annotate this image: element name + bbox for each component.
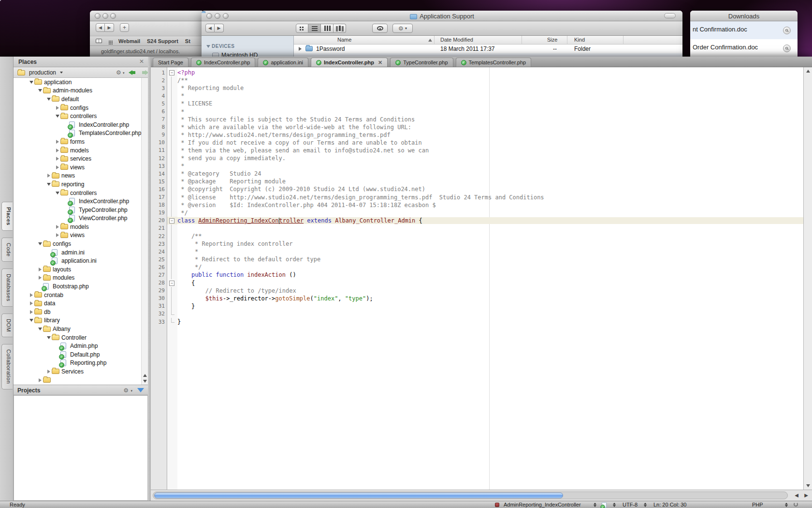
- tree-item[interactable]: Reporting.php: [14, 359, 141, 368]
- encoding-stepper[interactable]: [644, 503, 647, 507]
- new-tab-button[interactable]: +: [120, 23, 129, 32]
- tree-item[interactable]: configs: [14, 104, 141, 112]
- code-line[interactable]: 9 * http://www.studio24.net/terms/design…: [151, 131, 803, 139]
- status-language[interactable]: PHP: [752, 502, 763, 508]
- code-line[interactable]: 12 * send you a copy immediately.: [151, 154, 803, 162]
- browser-titlebar[interactable]: [90, 11, 204, 21]
- code-line[interactable]: 21: [151, 224, 803, 232]
- code-line[interactable]: 31 }: [151, 302, 803, 310]
- code-line[interactable]: 1<?php: [151, 69, 803, 76]
- browser-tab[interactable]: goldfinger.studio24.net / localhos.: [90, 45, 204, 57]
- expander-closed-icon[interactable]: [56, 106, 59, 110]
- fold-toggle-icon[interactable]: [167, 69, 177, 76]
- expander-closed-icon[interactable]: [30, 293, 33, 297]
- tree-item[interactable]: Bootstrap.php: [14, 282, 141, 291]
- toolbar-toggle-pill[interactable]: [664, 13, 676, 18]
- tab-typecontroller-php[interactable]: ✓TypeController.php: [390, 58, 453, 67]
- download-item[interactable]: Order Confirmation.doc: [690, 39, 798, 57]
- tree-item[interactable]: IndexController.php: [14, 197, 141, 206]
- column-header-size[interactable]: Size: [547, 37, 557, 43]
- side-tab-code[interactable]: Code: [1, 238, 13, 262]
- bookmarks-book-icon[interactable]: [96, 39, 102, 43]
- code-line[interactable]: 33}: [151, 318, 803, 326]
- expander-closed-icon[interactable]: [39, 378, 42, 382]
- fold-toggle-icon[interactable]: [167, 279, 177, 287]
- symbol-stepper[interactable]: [594, 503, 597, 507]
- code-line[interactable]: 15 * @package Reporting module: [151, 178, 803, 185]
- expander-open-icon[interactable]: [47, 98, 51, 101]
- expander-closed-icon[interactable]: [47, 370, 50, 374]
- tree-item[interactable]: IndexController.php: [14, 120, 141, 129]
- expander-open-icon[interactable]: [38, 242, 42, 245]
- tree-item[interactable]: Services: [14, 367, 141, 376]
- expander-closed-icon[interactable]: [56, 233, 59, 237]
- scroll-up-icon[interactable]: [143, 374, 147, 377]
- tree-item[interactable]: controllers: [14, 189, 141, 197]
- tree-item[interactable]: [14, 376, 141, 385]
- tree-item[interactable]: Controller: [14, 333, 141, 342]
- language-stepper[interactable]: [785, 503, 788, 507]
- tree-item[interactable]: models: [14, 146, 141, 155]
- back-arrow-icon[interactable]: [129, 70, 132, 75]
- tree-item[interactable]: forms: [14, 137, 141, 146]
- code-line[interactable]: 8 * which are available via the world-wi…: [151, 123, 803, 131]
- sync-icon[interactable]: [794, 502, 798, 507]
- bookmark-item[interactable]: S24 Support: [147, 38, 178, 44]
- code-line[interactable]: 5 * LICENSE: [151, 100, 803, 107]
- editor-horizontal-scrollbar[interactable]: ◀ ▶: [151, 490, 812, 501]
- code-line[interactable]: 27 public function indexAction (): [151, 271, 803, 279]
- tree-item[interactable]: models: [14, 223, 141, 231]
- coverflow-view-button[interactable]: [334, 24, 346, 33]
- finder-forward-button[interactable]: ▶: [215, 24, 224, 32]
- expander-open-icon[interactable]: [29, 81, 33, 84]
- tab-indexcontroller-php[interactable]: ✓IndexController.php: [191, 58, 255, 67]
- code-line[interactable]: 20class AdminReporting_IndexController e…: [151, 217, 803, 224]
- projects-panel-body[interactable]: [14, 395, 148, 501]
- code-line[interactable]: 30 $this->_redirector->gotoSimple("index…: [151, 295, 803, 302]
- top-sites-grid-icon[interactable]: [109, 41, 110, 42]
- tree-item[interactable]: data: [14, 299, 141, 308]
- tree-item[interactable]: controllers: [14, 112, 141, 120]
- tree-item[interactable]: Default.php: [14, 350, 141, 359]
- expander-closed-icon[interactable]: [56, 140, 59, 144]
- devices-section-header[interactable]: DEVICES: [206, 44, 234, 49]
- scroll-down-icon[interactable]: [806, 484, 810, 487]
- expander-closed-icon[interactable]: [47, 174, 50, 178]
- tree-item[interactable]: admin.ini: [14, 248, 141, 257]
- tree-item[interactable]: default: [14, 95, 141, 104]
- code-line[interactable]: 22 /**: [151, 232, 803, 240]
- code-line[interactable]: 24 *: [151, 248, 803, 255]
- tree-item[interactable]: services: [14, 154, 141, 163]
- tab-application-ini[interactable]: ✓application.ini: [258, 58, 308, 67]
- disclosure-triangle-icon[interactable]: [299, 47, 302, 51]
- close-tab-icon[interactable]: ✕: [378, 60, 382, 66]
- code-line[interactable]: 7 * This source file is subject to the S…: [151, 116, 803, 123]
- code-line[interactable]: 13 *: [151, 162, 803, 170]
- code-line[interactable]: 16 * @copyright Copyright (c) 2009-2010 …: [151, 185, 803, 193]
- code-line[interactable]: 25 * Redirect to the default order type: [151, 255, 803, 263]
- tree-item[interactable]: reporting: [14, 180, 141, 189]
- expander-closed-icon[interactable]: [30, 301, 33, 305]
- side-tab-collaboration[interactable]: Collaboration: [1, 344, 13, 389]
- side-tab-places[interactable]: Places: [1, 202, 13, 231]
- code-line[interactable]: 32: [151, 310, 803, 318]
- scrollbar-thumb[interactable]: [154, 493, 563, 498]
- tab-indexcontroller-php-active[interactable]: ✓IndexController.php✕: [311, 58, 388, 67]
- code-line[interactable]: 2/**: [151, 76, 803, 84]
- code-editor[interactable]: 1<?php2/**3 * Reporting module4 *5 * LIC…: [151, 67, 803, 490]
- column-divider[interactable]: [567, 36, 567, 44]
- bookmark-item[interactable]: Webmail: [118, 38, 140, 44]
- reveal-in-finder-button[interactable]: [783, 45, 791, 52]
- list-view-button[interactable]: [308, 24, 321, 33]
- column-divider[interactable]: [522, 36, 522, 44]
- code-line[interactable]: 18 * @version $Id: IndexController.php 4…: [151, 201, 803, 209]
- expander-open-icon[interactable]: [47, 336, 51, 339]
- side-tab-dom[interactable]: DOM: [1, 314, 13, 337]
- code-line[interactable]: 17 * @license http://www.studio24.net/te…: [151, 194, 803, 201]
- code-line[interactable]: 19 */: [151, 209, 803, 217]
- code-line[interactable]: 28 {: [151, 279, 803, 287]
- code-line[interactable]: 10 * If you did not receive a copy of ou…: [151, 139, 803, 147]
- expander-closed-icon[interactable]: [56, 149, 59, 152]
- root-dropdown[interactable]: production: [29, 69, 56, 76]
- expander-open-icon[interactable]: [56, 115, 59, 118]
